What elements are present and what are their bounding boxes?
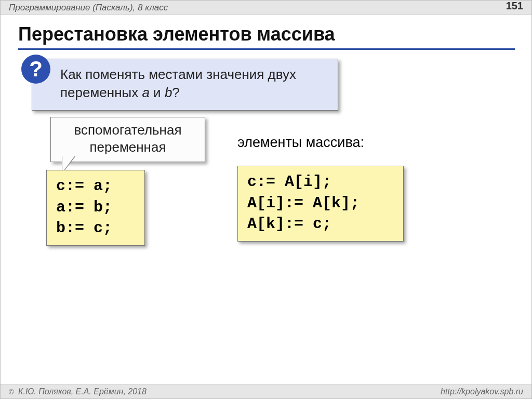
question-mark: ? (29, 58, 43, 80)
slide: Программирование (Паскаль), 8 класс 151 … (0, 0, 532, 399)
callout-line2: переменная (89, 139, 166, 155)
authors-text: К.Ю. Поляков, Е.А. Ерёмин, 2018 (16, 387, 147, 396)
question-line1: Как поменять местами значения двух (60, 66, 296, 82)
helper-variable-callout: вспомогательная переменная (50, 117, 205, 162)
header-bar: Программирование (Паскаль), 8 класс 151 (1, 1, 531, 15)
question-and: и (150, 85, 165, 100)
question-mark-icon: ? (21, 55, 50, 84)
footer-authors: © К.Ю. Поляков, Е.А. Ерёмин, 2018 (9, 387, 147, 396)
copyright-icon: © (9, 388, 14, 396)
question-box: Как поменять местами значения двух перем… (32, 59, 338, 111)
question-line2-suffix: ? (172, 85, 179, 100)
course-label: Программирование (Паскаль), 8 класс (9, 3, 168, 13)
question-var-b: b (165, 85, 172, 100)
footer-bar: © К.Ю. Поляков, Е.А. Ерёмин, 2018 http:/… (1, 384, 531, 398)
footer-url: http://kpolyakov.spb.ru (441, 387, 523, 396)
page-number: 151 (506, 0, 523, 12)
code-swap-vars: c:= a; a:= b; b:= c; (46, 170, 145, 246)
slide-title: Перестановка элементов массива (18, 23, 335, 45)
question-var-a: a (142, 85, 149, 100)
array-elements-label: элементы массива: (237, 135, 364, 151)
code-swap-array: c:= A[i]; A[i]:= A[k]; A[k]:= c; (237, 166, 404, 242)
question-line2-prefix: переменных (60, 85, 142, 100)
callout-line1: вспомогательная (74, 122, 181, 138)
title-underline (18, 48, 515, 50)
